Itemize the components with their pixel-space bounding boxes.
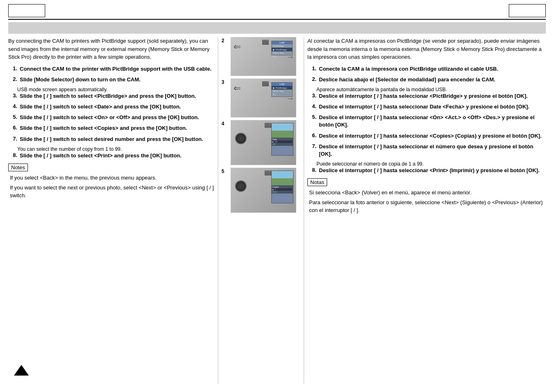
step-2: 2. Slide [Mode Selector] down to turn on… bbox=[8, 76, 215, 83]
right-step-6: 6. Deslice el interruptor [ / ] hasta se… bbox=[307, 132, 546, 140]
svg-rect-2 bbox=[265, 40, 265, 42]
right-page-box bbox=[509, 4, 546, 17]
center-column: 2 ⇐ bbox=[218, 37, 304, 384]
left-intro: By connecting the CAM to printers with P… bbox=[8, 37, 215, 61]
lens-5 bbox=[235, 180, 247, 192]
svg-rect-10 bbox=[267, 123, 268, 125]
step-8: 8. Slide the [ / ] switch to select <Pri… bbox=[8, 152, 215, 159]
svg-rect-11 bbox=[268, 123, 269, 125]
memory-icon-5 bbox=[265, 171, 271, 175]
device-step-3: 3 ⇐ USB bbox=[222, 78, 300, 118]
right-intro: Al conectar la CAM a impresoras con Pict… bbox=[307, 37, 546, 61]
left-steps: 1. Connect the CAM to the printer with P… bbox=[8, 65, 215, 160]
memory-icon-3 bbox=[262, 81, 269, 86]
left-notes: If you select <Back> in the menu, the pr… bbox=[8, 174, 215, 200]
right-step-1: 1. Conecte la CAM a la impresora con Pic… bbox=[307, 65, 546, 73]
step-7: 7. Slide the [ / ] switch to select desi… bbox=[8, 136, 215, 143]
svg-rect-15 bbox=[268, 171, 269, 172]
device-step-5: 5 bbox=[222, 168, 300, 213]
right-step-7: 7. Deslice el interruptor [ / ] hasta se… bbox=[307, 143, 546, 158]
right-steps: 1. Conecte la CAM a la impresora con Pic… bbox=[307, 65, 546, 175]
step-6: 6. Slide the [ / ] switch to select <Cop… bbox=[8, 125, 215, 132]
svg-rect-9 bbox=[266, 123, 267, 125]
right-column: Al conectar la CAM a impresoras con Pict… bbox=[304, 37, 546, 384]
step-4: 4. Slide the [ / ] switch to select <Dat… bbox=[8, 103, 215, 111]
svg-rect-13 bbox=[266, 171, 267, 172]
step-7-sub: You can select the number of copy from 1… bbox=[8, 146, 215, 152]
device-step-4: 4 bbox=[222, 120, 300, 165]
step-2-sub: USB mode screen appears automatically. bbox=[8, 87, 215, 92]
main-content: By connecting the CAM to printers with P… bbox=[4, 37, 550, 384]
right-step-8: 8. Deslice el interruptor [ / ] hasta se… bbox=[307, 167, 546, 174]
step-3: 3. Slide the [ / ] switch to select <Pic… bbox=[8, 92, 215, 100]
svg-rect-7 bbox=[266, 82, 267, 83]
step-1: 1. Connect the CAM to the printer with P… bbox=[8, 65, 215, 73]
device-image-2: ⇐ USB Pic bbox=[231, 37, 296, 76]
device-image-3: ⇐ USB ▶ PictBridge Ma bbox=[231, 78, 296, 118]
step-circle-5: 5 bbox=[222, 168, 229, 176]
right-notes: Si selecciona <Back> (Volver) en el menú… bbox=[307, 189, 546, 214]
right-step-7-sub: Puede seleccionar el número de copia de … bbox=[307, 161, 546, 167]
step-circle-3: 3 bbox=[222, 79, 229, 87]
screen-5: Copies ▶ 1 Print bbox=[271, 171, 293, 203]
triangle-arrow bbox=[12, 361, 29, 376]
arrow-right-2: → bbox=[286, 52, 294, 61]
page-container: By connecting the CAM to printers with P… bbox=[0, 0, 554, 392]
svg-rect-14 bbox=[267, 171, 268, 172]
usb-icon-3: ⇐ bbox=[233, 83, 241, 94]
svg-rect-4 bbox=[263, 83, 268, 86]
usb-icon-2: ⇐ bbox=[233, 42, 241, 52]
memory-icon-2 bbox=[262, 40, 269, 45]
svg-rect-5 bbox=[263, 82, 264, 83]
lens-4 bbox=[235, 133, 247, 144]
header-bar bbox=[8, 22, 546, 34]
arrow-right-3: → bbox=[286, 93, 294, 103]
right-step-2: 2. Deslice hacia abajo el [Selector de m… bbox=[307, 76, 546, 83]
right-step-3: 3. Deslice el interruptor [ / ] hasta se… bbox=[307, 92, 546, 100]
screen-4: Date ▶ On Off bbox=[271, 123, 293, 156]
right-step-4: 4. Deslice el interruptor [ / ] hasta se… bbox=[307, 103, 546, 111]
svg-rect-6 bbox=[265, 82, 265, 83]
svg-rect-1 bbox=[263, 40, 264, 42]
left-page-box bbox=[8, 4, 45, 17]
step-circle-4: 4 bbox=[222, 121, 229, 128]
notas-label: Notas bbox=[307, 178, 327, 186]
svg-rect-8 bbox=[265, 124, 271, 127]
notes-label: Notes bbox=[8, 164, 28, 171]
svg-rect-0 bbox=[263, 41, 268, 44]
right-step-5: 5. Deslice el interruptor [ / ] hasta se… bbox=[307, 114, 546, 129]
memory-icon-4 bbox=[265, 123, 271, 128]
svg-rect-3 bbox=[266, 40, 267, 42]
left-column: By connecting the CAM to printers with P… bbox=[8, 37, 218, 384]
svg-rect-12 bbox=[265, 172, 271, 175]
top-row bbox=[4, 4, 550, 17]
device-image-4: Date ▶ On Off bbox=[231, 120, 296, 165]
right-step-2-sub: Aparece automáticamente la pantalla de l… bbox=[307, 87, 546, 92]
device-image-5: Copies ▶ 1 Print bbox=[231, 168, 296, 213]
step-5: 5. Slide the [ / ] switch to select <On>… bbox=[8, 114, 215, 121]
step-circle-2: 2 bbox=[222, 38, 229, 45]
device-step-2: 2 ⇐ bbox=[222, 37, 300, 76]
top-rule bbox=[8, 19, 546, 20]
